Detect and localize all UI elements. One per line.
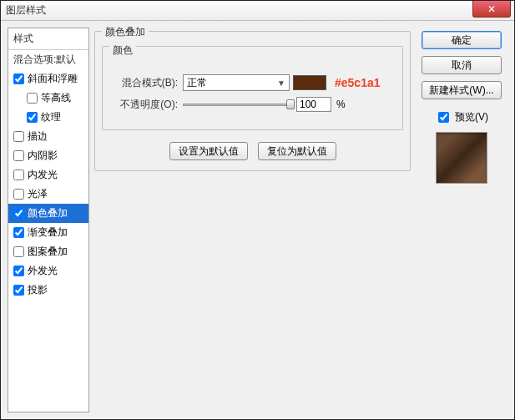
style-item-4[interactable]: 内阴影 (8, 146, 88, 165)
preview-checkbox[interactable] (438, 112, 449, 123)
color-hex-annotation: #e5c1a1 (335, 76, 381, 89)
color-subgroup: 颜色 混合模式(B): 正常 ▼ #e5c1a1 不透明度(O): (102, 46, 403, 130)
style-item-label: 等高线 (41, 91, 71, 105)
style-item-label: 描边 (28, 129, 48, 144)
preview-label: 预览(V) (455, 110, 488, 124)
style-checkbox[interactable] (27, 93, 38, 104)
close-icon: ✕ (487, 3, 496, 15)
style-checkbox[interactable] (13, 73, 24, 84)
set-default-button[interactable]: 设置为默认值 (169, 142, 248, 160)
style-item-label: 外发光 (28, 264, 58, 278)
titlebar: 图层样式 ✕ (1, 1, 514, 21)
style-checkbox[interactable] (13, 208, 24, 219)
defaults-row: 设置为默认值 复位为默认值 (102, 142, 403, 160)
slider-track (183, 104, 290, 106)
style-item-label: 投影 (28, 283, 48, 297)
style-item-label: 光泽 (28, 187, 48, 201)
style-item-label: 颜色叠加 (28, 206, 68, 220)
layer-style-dialog: 图层样式 ✕ 样式 混合选项:默认 斜面和浮雕等高线纹理描边内阴影内发光光泽颜色… (0, 0, 515, 420)
style-item-label: 内阴影 (28, 149, 58, 163)
style-checkbox[interactable] (13, 189, 24, 200)
style-item-11[interactable]: 投影 (8, 281, 88, 300)
style-item-5[interactable]: 内发光 (8, 165, 88, 185)
style-checkbox[interactable] (13, 285, 24, 296)
style-item-label: 斜面和浮雕 (28, 72, 78, 86)
chevron-down-icon: ▼ (277, 78, 285, 88)
blend-mode-label: 混合模式(B): (113, 76, 178, 90)
opacity-slider[interactable] (183, 96, 290, 113)
content-area: 样式 混合选项:默认 斜面和浮雕等高线纹理描边内阴影内发光光泽颜色叠加渐变叠加图… (1, 21, 514, 419)
style-item-6[interactable]: 光泽 (8, 185, 88, 204)
styles-header: 样式 (8, 28, 88, 50)
style-item-7[interactable]: 颜色叠加 (8, 204, 88, 223)
style-item-2[interactable]: 纹理 (8, 108, 88, 127)
style-item-label: 渐变叠加 (28, 225, 68, 240)
preview-checkbox-row[interactable]: 预览(V) (435, 109, 488, 125)
style-checkbox[interactable] (13, 131, 24, 142)
style-checkbox[interactable] (13, 170, 24, 180)
color-overlay-group: 颜色叠加 颜色 混合模式(B): 正常 ▼ #e5c1a1 不透明度(O): (94, 31, 411, 171)
blend-mode-value: 正常 (187, 76, 207, 90)
slider-thumb[interactable] (286, 99, 295, 109)
style-checkbox[interactable] (27, 112, 38, 123)
settings-panel: 颜色叠加 颜色 混合模式(B): 正常 ▼ #e5c1a1 不透明度(O): (94, 28, 411, 412)
style-item-8[interactable]: 渐变叠加 (8, 223, 88, 242)
style-checkbox[interactable] (13, 150, 24, 161)
blend-mode-select[interactable]: 正常 ▼ (183, 74, 290, 91)
percent-label: % (336, 99, 346, 110)
cancel-button[interactable]: 取消 (422, 56, 502, 74)
style-checkbox[interactable] (13, 246, 24, 257)
opacity-input[interactable] (296, 97, 331, 112)
color-subgroup-title: 颜色 (109, 43, 136, 58)
opacity-label: 不透明度(O): (113, 98, 178, 112)
style-checkbox[interactable] (13, 266, 24, 276)
style-item-10[interactable]: 外发光 (8, 261, 88, 281)
style-item-label: 内发光 (28, 168, 58, 182)
blend-options-label[interactable]: 混合选项:默认 (8, 50, 88, 69)
preview-thumbnail (436, 132, 487, 184)
style-item-label: 图案叠加 (28, 245, 68, 259)
color-swatch[interactable] (293, 75, 326, 90)
style-item-label: 纹理 (41, 110, 61, 124)
styles-list: 样式 混合选项:默认 斜面和浮雕等高线纹理描边内阴影内发光光泽颜色叠加渐变叠加图… (8, 28, 89, 412)
window-title: 图层样式 (6, 3, 46, 18)
style-checkbox[interactable] (13, 227, 24, 238)
ok-button[interactable]: 确定 (422, 31, 502, 49)
reset-default-button[interactable]: 复位为默认值 (258, 142, 336, 160)
close-button[interactable]: ✕ (472, 1, 511, 18)
opacity-row: 不透明度(O): % (113, 96, 392, 113)
group-title: 颜色叠加 (102, 25, 149, 39)
style-item-9[interactable]: 图案叠加 (8, 242, 88, 261)
style-item-1[interactable]: 等高线 (8, 89, 88, 108)
style-item-3[interactable]: 描边 (8, 127, 88, 146)
new-style-button[interactable]: 新建样式(W)... (422, 81, 502, 99)
blend-mode-row: 混合模式(B): 正常 ▼ #e5c1a1 (113, 74, 392, 91)
action-panel: 确定 取消 新建样式(W)... 预览(V) (416, 31, 507, 412)
style-item-0[interactable]: 斜面和浮雕 (8, 69, 88, 89)
